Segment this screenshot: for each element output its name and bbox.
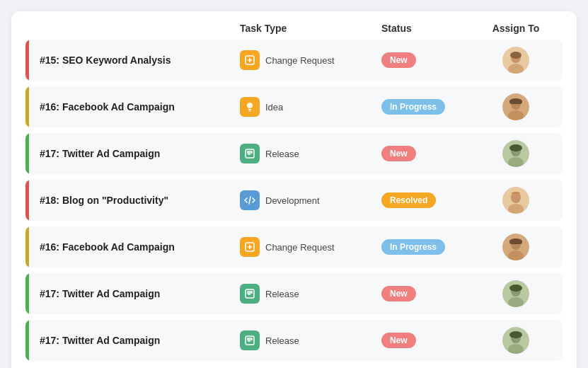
svg-rect-6 (248, 109, 251, 110)
svg-rect-12 (509, 100, 522, 104)
type-icon (240, 190, 260, 210)
avatar (502, 93, 529, 120)
avatar (502, 47, 529, 74)
status-badge: New (381, 333, 416, 348)
task-name: #16: Facebook Ad Campaign (25, 241, 240, 253)
assign-cell (480, 187, 551, 214)
avatar (502, 187, 529, 214)
status-badge: New (381, 146, 416, 161)
row-accent-bar (25, 226, 29, 268)
avatar (502, 280, 529, 307)
svg-rect-27 (246, 289, 254, 298)
status-cell: Resolved (381, 192, 480, 208)
assign-cell (480, 327, 551, 354)
task-name: #17: Twitter Ad Campaign (25, 148, 240, 159)
task-name: #16: Facebook Ad Campaign (25, 101, 240, 113)
svg-point-36 (509, 331, 522, 338)
svg-point-19 (511, 192, 521, 203)
table-row: #16: Facebook Ad Campaign Idea In Progre… (25, 86, 563, 127)
status-badge: In Progress (381, 99, 445, 115)
status-badge: Resolved (381, 192, 436, 208)
row-accent-bar (25, 40, 29, 81)
svg-rect-26 (509, 240, 522, 244)
table-header: Task Type Status Assign To (25, 23, 563, 40)
svg-point-4 (510, 52, 521, 59)
svg-point-31 (509, 284, 522, 292)
task-name: #17: Twitter Ad Campaign (25, 288, 240, 299)
type-label: Change Request (265, 55, 335, 66)
task-name: #17: Twitter Ad Campaign (25, 335, 240, 346)
status-badge: New (381, 52, 416, 68)
task-type: Release (240, 284, 381, 304)
assign-cell (480, 140, 551, 167)
status-cell: New (381, 333, 480, 348)
task-type: Release (240, 330, 381, 350)
header-task (48, 23, 240, 34)
status-cell: In Progress (381, 99, 480, 115)
svg-point-5 (247, 103, 253, 108)
avatar (502, 234, 529, 260)
table-row: #17: Twitter Ad Campaign Release New (25, 133, 563, 174)
assign-cell (480, 47, 551, 74)
type-icon (240, 97, 260, 117)
table-row: #16: Facebook Ad Campaign Change Request… (25, 226, 563, 268)
task-type: Change Request (240, 50, 381, 70)
task-name: #18: Blog on "Productivity" (25, 195, 240, 206)
header-assign: Assign To (480, 23, 551, 34)
table-row: #15: SEO Keyword Analysis Change Request… (25, 40, 563, 81)
task-table: Task Type Status Assign To #15: SEO Keyw… (11, 11, 577, 368)
avatar (502, 140, 529, 167)
task-type: Release (240, 144, 381, 163)
table-row: #17: Twitter Ad Campaign Release New (25, 273, 563, 314)
svg-rect-32 (246, 336, 254, 345)
assign-cell (480, 280, 551, 307)
type-label: Release (265, 335, 299, 346)
header-status: Status (381, 23, 480, 34)
status-cell: New (381, 52, 480, 68)
row-accent-bar (25, 133, 29, 174)
row-accent-bar (25, 320, 29, 361)
table-row: #17: Twitter Ad Campaign Release New (25, 320, 563, 361)
type-icon (240, 284, 260, 304)
status-badge: New (381, 286, 416, 301)
avatar (502, 327, 529, 354)
rows-container: #15: SEO Keyword Analysis Change Request… (25, 40, 563, 361)
svg-rect-13 (246, 149, 254, 158)
task-type: Development (240, 190, 381, 210)
type-icon (240, 144, 260, 163)
status-cell: New (381, 286, 480, 301)
type-label: Idea (265, 102, 283, 113)
assign-cell (480, 93, 551, 120)
assign-cell (480, 234, 551, 260)
task-type: Idea (240, 97, 381, 117)
type-icon (240, 50, 260, 70)
header-type: Task Type (240, 23, 381, 34)
type-label: Development (265, 195, 320, 206)
type-label: Release (265, 289, 299, 299)
status-badge: In Progress (381, 239, 445, 255)
row-accent-bar (25, 180, 29, 221)
row-accent-bar (25, 273, 29, 314)
svg-point-17 (509, 144, 522, 151)
table-row: #18: Blog on "Productivity" Development … (25, 180, 563, 221)
svg-rect-7 (249, 111, 251, 112)
task-name: #15: SEO Keyword Analysis (25, 54, 240, 66)
task-type: Change Request (240, 237, 381, 257)
status-cell: New (381, 146, 480, 161)
row-accent-bar (25, 86, 29, 127)
type-icon (240, 330, 260, 350)
status-cell: In Progress (381, 239, 480, 255)
type-icon (240, 237, 260, 257)
type-label: Change Request (265, 242, 335, 253)
type-label: Release (265, 149, 299, 159)
